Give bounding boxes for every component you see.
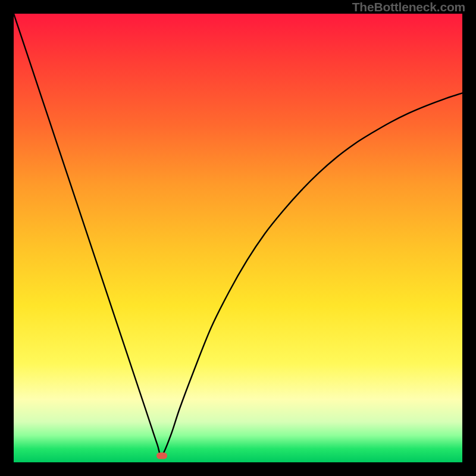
curve-path (14, 14, 462, 456)
bottleneck-curve (14, 14, 462, 462)
watermark-text: TheBottleneck.com (352, 0, 465, 14)
chart-frame: TheBottleneck.com (0, 0, 476, 476)
plot-area (14, 14, 462, 462)
minimum-marker (156, 452, 167, 459)
